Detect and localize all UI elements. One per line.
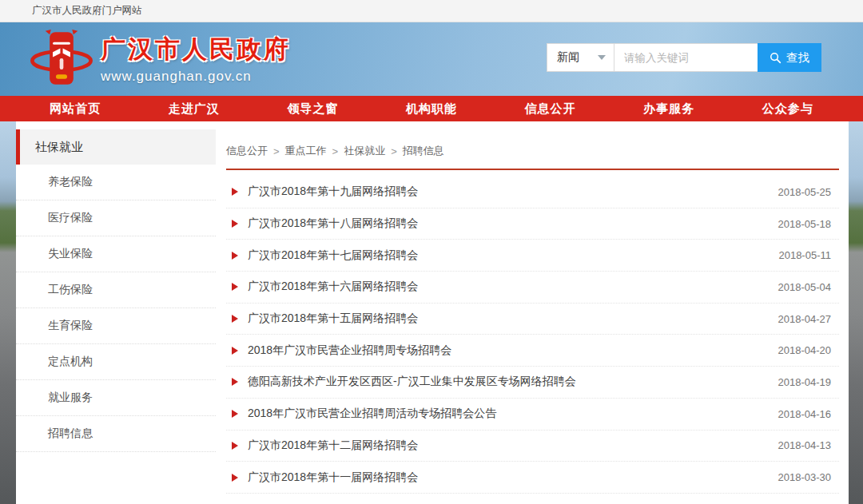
breadcrumb-social-security[interactable]: 社保就业 — [344, 144, 385, 158]
arrow-right-icon — [232, 283, 238, 291]
nav-item-participation[interactable]: 公众参与 — [762, 101, 813, 117]
news-link[interactable]: 广汉市2018年第十九届网络招聘会 — [248, 185, 778, 199]
sidebar-item-unemployment[interactable]: 失业保险 — [16, 236, 216, 272]
news-date: 2018-04-19 — [778, 376, 832, 388]
list-item: 广汉市2018年第十二届网络招聘会 2018-04-13 — [226, 431, 839, 462]
breadcrumb: 信息公开 > 重点工作 > 社保就业 > 招聘信息 — [226, 144, 839, 158]
news-date: 2018-04-16 — [778, 408, 832, 420]
search-button-label: 查找 — [786, 50, 809, 65]
breadcrumb-divider — [226, 169, 839, 170]
list-item: 广汉市2018年第十一届网络招聘会 2018-03-30 — [226, 462, 839, 494]
search-category-select[interactable]: 新闻 — [547, 43, 614, 72]
site-header: 广汉市人民政府 www.guanghan.gov.cn 新闻 查找 — [0, 22, 863, 96]
nav-item-about-guanghan[interactable]: 走进广汉 — [169, 101, 220, 117]
brand-text: 广汉市人民政府 www.guanghan.gov.cn — [101, 33, 291, 85]
sanxingdui-mask-logo — [30, 27, 93, 89]
breadcrumb-current-job-info: 招聘信息 — [403, 144, 444, 158]
breadcrumb-separator: > — [273, 145, 280, 157]
nav-item-leaders[interactable]: 领导之窗 — [287, 101, 338, 117]
breadcrumb-separator: > — [332, 145, 339, 157]
sidebar-item-employment-services[interactable]: 就业服务 — [16, 380, 216, 416]
content-background: 社保就业 养老保险 医疗保险 失业保险 工伤保险 生育保险 定点机构 就业服务 … — [0, 121, 863, 504]
news-link[interactable]: 德阳高新技术产业开发区西区-广汉工业集中发展区专场网络招聘会 — [248, 375, 778, 389]
news-date: 2018-04-27 — [778, 313, 832, 325]
main-nav: 网站首页 走进广汉 领导之窗 机构职能 信息公开 办事服务 公众参与 — [0, 96, 863, 121]
sidebar-title: 社保就业 — [16, 129, 216, 165]
search-input[interactable] — [614, 43, 758, 72]
news-date: 2018-05-11 — [778, 249, 831, 261]
news-link[interactable]: 2018年广汉市民营企业招聘周活动专场招聘会公告 — [248, 407, 778, 421]
breadcrumb-separator: > — [391, 145, 397, 157]
arrow-right-icon — [232, 252, 238, 260]
news-date: 2018-03-30 — [778, 471, 832, 483]
list-item: 广汉市2018年第十五届网络招聘会 2018-04-27 — [226, 304, 839, 335]
news-link[interactable]: 广汉市2018年第十八届网络招聘会 — [248, 216, 778, 231]
list-item: 广汉市2018年第十七届网络招聘会 2018-05-11 — [226, 240, 839, 272]
arrow-right-icon — [232, 220, 238, 228]
sidebar-item-medical[interactable]: 医疗保险 — [16, 200, 216, 236]
news-link[interactable]: 广汉市2018年第十五届网络招聘会 — [248, 312, 778, 326]
nav-item-home[interactable]: 网站首页 — [50, 101, 101, 117]
search-button[interactable]: 查找 — [758, 43, 821, 72]
nav-item-info-disclosure[interactable]: 信息公开 — [525, 101, 576, 117]
list-item: 广汉市2018年第十八届网络招聘会 2018-05-18 — [226, 208, 839, 240]
sidebar-item-pension[interactable]: 养老保险 — [16, 165, 216, 200]
sidebar-item-designated-orgs[interactable]: 定点机构 — [16, 344, 216, 380]
news-date: 2018-05-25 — [778, 186, 832, 198]
content-panel: 社保就业 养老保险 医疗保险 失业保险 工伤保险 生育保险 定点机构 就业服务 … — [16, 121, 849, 504]
news-link[interactable]: 广汉市2018年第十六届网络招聘会 — [248, 280, 778, 294]
arrow-right-icon — [232, 188, 238, 196]
search-category-value: 新闻 — [557, 50, 579, 65]
nav-item-functions[interactable]: 机构职能 — [406, 101, 457, 117]
sidebar-item-maternity[interactable]: 生育保险 — [16, 308, 216, 344]
sidebar: 社保就业 养老保险 医疗保险 失业保险 工伤保险 生育保险 定点机构 就业服务 … — [16, 121, 216, 504]
portal-title: 广汉市人民政府门户网站 — [32, 4, 142, 18]
news-link[interactable]: 广汉市2018年第十七届网络招聘会 — [248, 248, 778, 263]
search-icon — [770, 52, 781, 64]
nav-item-services[interactable]: 办事服务 — [643, 101, 694, 117]
news-list: 广汉市2018年第十九届网络招聘会 2018-05-25 广汉市2018年第十八… — [226, 177, 839, 494]
portal-topbar: 广汉市人民政府门户网站 — [0, 0, 863, 22]
list-item: 2018年广汉市民营企业招聘周专场招聘会 2018-04-20 — [226, 335, 839, 367]
list-item: 2018年广汉市民营企业招聘周活动专场招聘会公告 2018-04-16 — [226, 399, 839, 431]
site-name: 广汉市人民政府 — [101, 33, 291, 66]
arrow-right-icon — [232, 474, 238, 482]
search-bar: 新闻 查找 — [547, 43, 821, 72]
news-date: 2018-04-20 — [778, 344, 832, 356]
news-link[interactable]: 广汉市2018年第十二届网络招聘会 — [248, 439, 778, 453]
arrow-right-icon — [232, 378, 238, 386]
list-item: 德阳高新技术产业开发区西区-广汉工业集中发展区专场网络招聘会 2018-04-1… — [226, 367, 839, 399]
breadcrumb-info-disclosure[interactable]: 信息公开 — [226, 144, 268, 158]
arrow-right-icon — [232, 315, 238, 323]
list-item: 广汉市2018年第十六届网络招聘会 2018-05-04 — [226, 272, 839, 304]
list-item: 广汉市2018年第十九届网络招聘会 2018-05-25 — [226, 177, 839, 208]
sidebar-item-job-info[interactable]: 招聘信息 — [16, 416, 216, 452]
news-date: 2018-05-04 — [778, 281, 832, 293]
news-link[interactable]: 2018年广汉市民营企业招聘周专场招聘会 — [248, 343, 778, 358]
breadcrumb-key-work[interactable]: 重点工作 — [285, 144, 327, 158]
chevron-down-icon — [598, 55, 606, 60]
arrow-right-icon — [232, 410, 238, 418]
news-date: 2018-05-18 — [778, 218, 832, 230]
arrow-right-icon — [232, 442, 238, 450]
site-url: www.guanghan.gov.cn — [101, 69, 291, 85]
arrow-right-icon — [232, 347, 238, 355]
news-link[interactable]: 广汉市2018年第十一届网络招聘会 — [248, 470, 778, 485]
news-date: 2018-04-13 — [778, 439, 832, 451]
site-logo-brand[interactable]: 广汉市人民政府 www.guanghan.gov.cn — [30, 27, 291, 89]
main-content: 信息公开 > 重点工作 > 社保就业 > 招聘信息 广汉市2018年第十九届网络… — [216, 121, 849, 504]
sidebar-item-work-injury[interactable]: 工伤保险 — [16, 272, 216, 308]
